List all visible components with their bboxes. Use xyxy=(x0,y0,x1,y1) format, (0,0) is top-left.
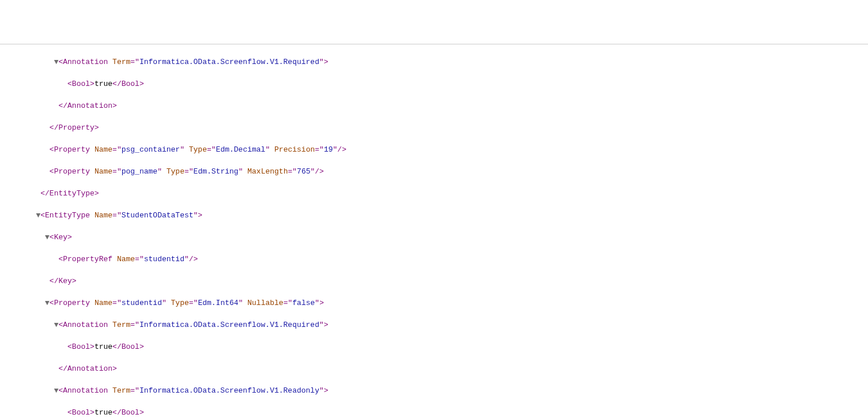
xml-tag-name: Bool xyxy=(72,408,90,417)
xml-line: ▼<Key> xyxy=(0,232,868,243)
xml-line: ▼<Property Name="studentid" Type="Edm.In… xyxy=(0,298,868,308)
xml-line: <Property Name="psg_container" Type="Edm… xyxy=(0,144,868,155)
xml-attr-name: Type xyxy=(189,145,207,154)
xml-line: <Property Name="pog_name" Type="Edm.Stri… xyxy=(0,166,868,177)
xml-line: ▼<Annotation Term="Informatica.OData.Scr… xyxy=(0,385,868,396)
xml-tag-name: Property xyxy=(58,123,94,132)
xml-line: </Annotation> xyxy=(0,363,868,374)
xml-tag-name: EntityType xyxy=(45,211,90,220)
xml-attr-name: Name xyxy=(95,211,112,220)
xml-attr-name: Name xyxy=(95,145,112,154)
xml-attr-value: studentid xyxy=(144,255,184,263)
xml-tag-name: Annotation xyxy=(63,58,108,66)
disclosure-triangle-icon[interactable]: ▼ xyxy=(45,233,50,242)
xml-tree-viewer: ▼<Annotation Term="Informatica.OData.Scr… xyxy=(0,57,868,418)
xml-line: ▼<Annotation Term="Informatica.OData.Scr… xyxy=(0,319,868,330)
xml-line: <Bool>true</Bool> xyxy=(0,341,868,352)
xml-line: <Bool>true</Bool> xyxy=(0,407,868,418)
xml-tag-name: Property xyxy=(54,299,90,307)
xml-tag-name: PropertyRef xyxy=(63,255,112,263)
xml-attr-value: 765 xyxy=(297,167,310,176)
xml-tag-name: Property xyxy=(54,145,90,154)
xml-attr-name: Name xyxy=(117,255,135,263)
xml-tag-name: Annotation xyxy=(67,101,112,110)
xml-attr-name: Type xyxy=(167,167,184,176)
xml-tag-name: Bool xyxy=(72,80,90,88)
xml-attr-name: Precision xyxy=(274,145,315,154)
xml-line: <Bool>true</Bool> xyxy=(0,78,868,89)
xml-tag-name: Key xyxy=(58,277,71,285)
xml-text: true xyxy=(95,80,112,88)
xml-attr-value: psg_container xyxy=(122,145,180,154)
xml-line: </Key> xyxy=(0,276,868,287)
xml-attr-value: Informatica.OData.Screenflow.V1.Required xyxy=(139,58,319,66)
xml-attr-value: studentid xyxy=(122,299,162,307)
xml-attr-name: Nullable xyxy=(247,299,283,307)
xml-attr-name: Type xyxy=(171,299,189,307)
xml-line: </Property> xyxy=(0,122,868,133)
xml-line: </Annotation> xyxy=(0,100,868,111)
xml-line: </EntityType> xyxy=(0,188,868,199)
xml-attr-name: Name xyxy=(95,299,112,307)
xml-tag-name: Bool xyxy=(122,408,139,417)
xml-tag-name: EntityType xyxy=(50,189,95,198)
xml-attr-value: Informatica.OData.Screenflow.V1.Required xyxy=(139,321,319,329)
xml-attr-value: Informatica.OData.Screenflow.V1.Readonly xyxy=(139,386,319,395)
xml-attr-name: Term xyxy=(112,386,130,395)
xml-line: <PropertyRef Name="studentid"/> xyxy=(0,254,868,265)
xml-tag-name: Annotation xyxy=(63,386,108,395)
xml-attr-value: StudentODataTest xyxy=(122,211,194,220)
xml-tag-name: Annotation xyxy=(67,364,112,373)
xml-attr-value: false xyxy=(292,299,315,307)
xml-attr-name: Name xyxy=(95,167,112,176)
xml-attr-name: Term xyxy=(112,321,130,329)
xml-tag-name: Annotation xyxy=(63,321,108,329)
xml-line: ▼<Annotation Term="Informatica.OData.Scr… xyxy=(0,57,868,67)
xml-attr-name: MaxLength xyxy=(247,167,288,176)
xml-tag-name: Property xyxy=(54,167,90,176)
xml-attr-name: Term xyxy=(112,58,130,66)
xml-tag-name: Bool xyxy=(122,342,139,351)
xml-attr-value: Edm.Decimal xyxy=(216,145,266,154)
disclosure-triangle-icon[interactable]: ▼ xyxy=(45,299,50,307)
xml-line: ▼<EntityType Name="StudentODataTest"> xyxy=(0,210,868,221)
xml-tag-name: Bool xyxy=(122,80,139,88)
xml-tag-name: Bool xyxy=(72,342,90,351)
xml-attr-value: Edm.String xyxy=(194,167,239,176)
xml-text: true xyxy=(95,408,112,417)
xml-text: true xyxy=(95,342,112,351)
xml-attr-value: Edm.Int64 xyxy=(198,299,238,307)
xml-tag-name: Key xyxy=(54,233,67,242)
xml-attr-value: 19 xyxy=(324,145,333,154)
xml-attr-value: pog_name xyxy=(122,167,157,176)
